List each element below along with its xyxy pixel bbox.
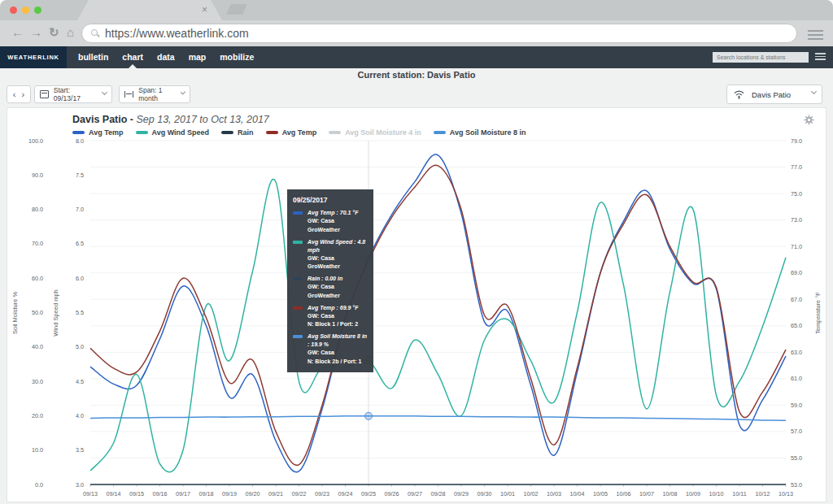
tooltip-date: 09/25/2017 bbox=[293, 195, 368, 205]
y-axis-tick-label: 7.0 bbox=[76, 206, 84, 213]
series-avg-temp bbox=[90, 165, 786, 465]
x-axis-label: 09/25 bbox=[361, 490, 376, 497]
legend-label: Rain bbox=[238, 128, 254, 137]
y-axis-tick-label: 5.5 bbox=[76, 309, 84, 316]
y-axis-tick-label: 0.0 bbox=[35, 481, 43, 489]
prev-button[interactable]: ‹ bbox=[13, 89, 16, 99]
legend-item-avg-soil-moisture-4-in[interactable]: Avg Soil Moisture 4 in bbox=[329, 128, 421, 137]
span-label: Span: 1 month bbox=[138, 86, 176, 102]
chart-title-range: Sep 13, 2017 to Oct 13, 2017 bbox=[137, 114, 269, 125]
maximize-window-button[interactable] bbox=[34, 7, 41, 14]
close-window-button[interactable] bbox=[10, 7, 17, 14]
x-axis-label: 10/01 bbox=[500, 490, 515, 497]
y-axis-tick-label: 71.0 bbox=[791, 243, 802, 250]
y-axis-tick-label: 6.0 bbox=[76, 275, 84, 282]
x-axis-label: 09/21 bbox=[268, 490, 283, 497]
x-axis-label: 09/16 bbox=[153, 490, 168, 497]
x-axis-label: 09/17 bbox=[176, 490, 190, 497]
legend-item-rain[interactable]: Rain bbox=[221, 128, 254, 137]
y-axis-tick-label: 69.0 bbox=[791, 269, 802, 276]
y-axis-tick-label: 7.5 bbox=[76, 172, 84, 179]
legend-item-avg-soil-moisture-8-in[interactable]: Avg Soil Moisture 8 in bbox=[434, 128, 526, 137]
home-button[interactable]: ⌂ bbox=[67, 25, 74, 39]
series-avg-temp bbox=[90, 154, 786, 472]
chart-legend: Avg TempAvg Wind SpeedRainAvg TempAvg So… bbox=[72, 128, 526, 137]
start-date-dropdown[interactable]: Start: 09/13/17 bbox=[34, 85, 112, 103]
browser-tab[interactable] bbox=[77, 0, 222, 20]
forward-button[interactable]: → bbox=[30, 25, 42, 39]
y-axis-tick-label: 79.0 bbox=[791, 139, 802, 145]
y-axis-tick-label: 20.0 bbox=[32, 412, 43, 419]
chart-card: Davis Patio - Sep 13, 2017 to Oct 13, 20… bbox=[7, 107, 826, 502]
y-axis-tick-label: 8.0 bbox=[76, 139, 84, 145]
y-axis-tick-label: 30.0 bbox=[32, 378, 43, 385]
tooltip-swatch bbox=[293, 306, 303, 310]
x-axis-label: 09/29 bbox=[454, 490, 469, 497]
y-axis-tick-label: 59.0 bbox=[791, 402, 802, 409]
refresh-button[interactable]: ↻ bbox=[49, 25, 59, 40]
x-axis-label: 10/03 bbox=[547, 490, 561, 497]
nav-item-mobilize[interactable]: mobilize bbox=[220, 46, 254, 68]
legend-swatch bbox=[136, 131, 148, 134]
x-axis-label: 09/28 bbox=[431, 490, 446, 497]
nav-item-chart[interactable]: chart bbox=[122, 46, 143, 68]
station-list-icon[interactable] bbox=[815, 53, 826, 62]
start-date-label: Start: 09/13/17 bbox=[54, 86, 98, 102]
x-axis-label: 09/18 bbox=[199, 490, 214, 497]
chevron-down-icon bbox=[102, 89, 107, 95]
tooltip-entry: Avg Temp : 69.9 °FGW: CasaN: Block 1 / P… bbox=[293, 304, 368, 328]
tooltip-swatch bbox=[293, 335, 303, 338]
legend-label: Avg Soil Moisture 4 in bbox=[345, 128, 421, 137]
axis-title: Temperature °F bbox=[814, 292, 822, 334]
span-dropdown[interactable]: Span: 1 month bbox=[119, 85, 190, 103]
y-axis-tick-label: 50.0 bbox=[32, 309, 43, 316]
nav-menu: bulletinchartdatamapmobilize bbox=[78, 46, 254, 68]
y-axis-tick-label: 60.0 bbox=[32, 275, 43, 282]
address-bar[interactable] bbox=[81, 24, 797, 43]
gear-icon[interactable] bbox=[804, 115, 814, 125]
y-axis-tick-label: 61.0 bbox=[791, 375, 802, 382]
back-button[interactable]: ← bbox=[11, 25, 24, 39]
station-search-input[interactable] bbox=[713, 52, 809, 63]
tab-close-icon[interactable]: × bbox=[202, 4, 207, 15]
legend-label: Avg Soil Moisture 8 in bbox=[450, 128, 526, 137]
browser-menu-icon[interactable] bbox=[808, 30, 823, 40]
legend-item-avg-wind-speed[interactable]: Avg Wind Speed bbox=[136, 128, 210, 137]
span-icon bbox=[124, 91, 133, 98]
axis-title: Soil Moisture % bbox=[11, 292, 19, 334]
station-wifi-icon bbox=[733, 89, 745, 99]
nav-item-data[interactable]: data bbox=[157, 46, 175, 68]
y-axis-tick-label: 5.0 bbox=[76, 343, 84, 350]
legend-label: Avg Temp bbox=[89, 128, 124, 137]
chart-title: Davis Patio - Sep 13, 2017 to Oct 13, 20… bbox=[72, 114, 269, 125]
chevron-down-icon bbox=[811, 89, 817, 94]
tooltip-entry: Avg Soil Moisture 8 in : 19.9 %GW: CasaN… bbox=[293, 332, 368, 366]
y-axis-tick-label: 4.0 bbox=[76, 412, 84, 419]
next-button[interactable]: › bbox=[22, 89, 25, 99]
legend-item-avg-temp[interactable]: Avg Temp bbox=[72, 128, 124, 137]
tooltip-swatch bbox=[293, 241, 303, 244]
nav-item-map[interactable]: map bbox=[189, 46, 207, 68]
minimize-window-button[interactable] bbox=[22, 7, 29, 14]
y-axis-tick-label: 10.0 bbox=[32, 446, 43, 454]
y-axis-tick-label: 100.0 bbox=[28, 139, 43, 145]
browser-tab-strip: × bbox=[0, 0, 833, 20]
legend-swatch bbox=[221, 131, 233, 134]
url-input[interactable] bbox=[105, 24, 780, 42]
nav-item-bulletin[interactable]: bulletin bbox=[78, 46, 108, 68]
weatherlink-logo[interactable]: WEATHERLINK bbox=[0, 46, 67, 68]
station-selector-label: Davis Patio bbox=[752, 90, 791, 99]
chart-tooltip: 09/25/2017 Avg Temp : 70.1 °FGW: CasaGro… bbox=[287, 189, 373, 372]
y-axis-tick-label: 80.0 bbox=[32, 206, 43, 213]
new-tab-button[interactable] bbox=[226, 4, 246, 15]
series-avg-soil-moisture-8-in bbox=[90, 416, 786, 421]
station-selector[interactable]: Davis Patio bbox=[726, 85, 822, 104]
y-axis-tick-label: 55.0 bbox=[791, 454, 802, 462]
x-axis-label: 09/22 bbox=[292, 490, 307, 497]
chart-plot-area[interactable]: 09/1309/1409/1509/1609/1709/1809/1909/20… bbox=[7, 139, 827, 503]
legend-item-avg-temp[interactable]: Avg Temp bbox=[266, 128, 317, 137]
x-axis-label: 10/08 bbox=[663, 490, 678, 497]
calendar-icon bbox=[40, 90, 49, 98]
x-axis-label: 10/02 bbox=[524, 490, 539, 497]
x-axis-label: 09/19 bbox=[222, 490, 237, 497]
